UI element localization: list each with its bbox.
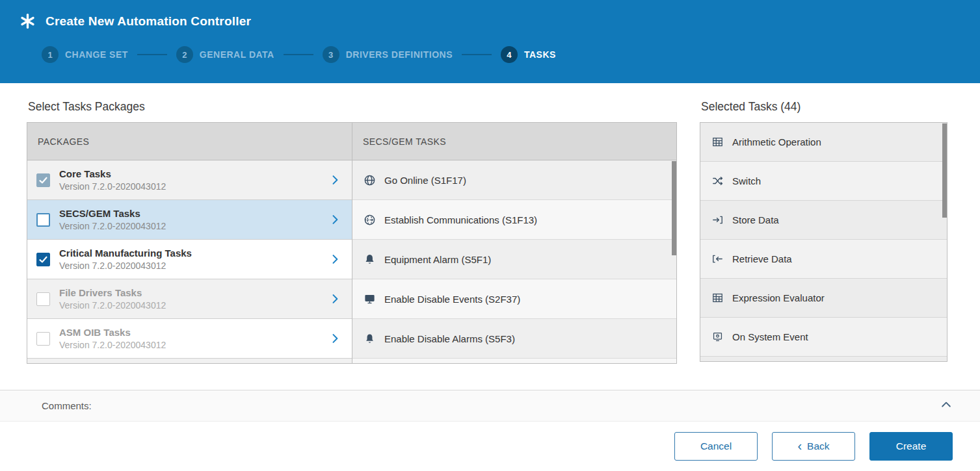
wizard-actions: Cancel ‹ Back Create bbox=[0, 422, 980, 461]
step-label: CHANGE SET bbox=[65, 49, 128, 60]
package-row-critical-manufacturing-tasks[interactable]: Critical Manufacturing Tasks Version 7.2… bbox=[27, 240, 352, 279]
back-button[interactable]: ‹ Back bbox=[772, 432, 855, 461]
step-number: 2 bbox=[176, 46, 193, 63]
selected-task-store-data[interactable]: Store Data bbox=[700, 201, 947, 240]
secs-gem-tasks-column: SECS/GEM TASKS Go Online (S1F17) bbox=[352, 123, 676, 363]
packages-column-header: PACKAGES bbox=[27, 123, 352, 160]
step-tasks[interactable]: 4 TASKS bbox=[501, 46, 556, 63]
package-row-core-tasks[interactable]: Core Tasks Version 7.2.0-2020043012 bbox=[27, 160, 352, 200]
package-version: Version 7.2.0-2020043012 bbox=[59, 220, 328, 232]
package-row-file-drivers-tasks[interactable]: File Drivers Tasks Version 7.2.0-2020043… bbox=[27, 279, 352, 319]
wizard-header: Create New Automation Controller 1 CHANG… bbox=[0, 0, 980, 83]
step-connector bbox=[137, 54, 167, 55]
table-grid-icon bbox=[711, 292, 724, 304]
clipped-row bbox=[27, 359, 352, 363]
package-version: Version 7.2.0-2020043012 bbox=[59, 260, 328, 272]
create-automation-controller-wizard: Create New Automation Controller 1 CHANG… bbox=[0, 0, 980, 461]
check-icon bbox=[38, 175, 48, 185]
step-label: TASKS bbox=[524, 49, 556, 60]
packages-table: PACKAGES Core Tasks Version 7.2.0-202004… bbox=[27, 122, 677, 364]
retrieve-data-icon bbox=[711, 253, 724, 265]
package-checkbox[interactable] bbox=[36, 332, 50, 346]
tasks-scrollbar[interactable] bbox=[672, 161, 676, 255]
selected-task-switch[interactable]: Switch bbox=[700, 162, 947, 201]
task-label: Enable Disable Events (S2F37) bbox=[384, 294, 520, 305]
packages-column: PACKAGES Core Tasks Version 7.2.0-202004… bbox=[27, 123, 352, 363]
step-connector bbox=[284, 54, 313, 55]
selected-task-label: On System Event bbox=[732, 331, 808, 342]
chevron-right-icon[interactable] bbox=[328, 292, 344, 305]
task-label: Equipment Alarm (S5F1) bbox=[384, 254, 491, 265]
selected-task-arithmetic-operation[interactable]: Arithmetic Operation bbox=[700, 123, 947, 162]
task-row-enable-disable-events[interactable]: Enable Disable Events (S2F37) bbox=[352, 279, 676, 319]
selected-task-on-system-event[interactable]: On System Event bbox=[700, 318, 947, 357]
chevron-right-icon[interactable] bbox=[328, 332, 344, 345]
chevron-right-icon[interactable] bbox=[328, 253, 344, 266]
package-checkbox[interactable] bbox=[36, 253, 50, 266]
comments-accordion[interactable]: Comments: bbox=[0, 390, 980, 422]
comments-collapse-button[interactable] bbox=[940, 398, 953, 413]
cancel-button[interactable]: Cancel bbox=[674, 432, 758, 461]
create-button[interactable]: Create bbox=[869, 432, 953, 461]
step-label: DRIVERS DEFINITIONS bbox=[346, 49, 453, 60]
step-number: 3 bbox=[323, 46, 339, 63]
selected-tasks-panel: Arithmetic Operation Switch bbox=[700, 122, 947, 362]
comments-label: Comments: bbox=[42, 400, 92, 411]
task-row-equipment-alarm[interactable]: Equipment Alarm (S5F1) bbox=[352, 240, 676, 279]
package-name: Core Tasks bbox=[59, 168, 328, 181]
selected-tasks-section: Selected Tasks (44) Arithmetic Operation bbox=[700, 100, 947, 364]
package-row-secs-gem-tasks[interactable]: SECS/GEM Tasks Version 7.2.0-2020043012 bbox=[27, 200, 352, 240]
task-row-establish-communications[interactable]: Establish Communications (S1F13) bbox=[352, 200, 676, 240]
clipped-row bbox=[352, 359, 676, 363]
selected-tasks-scrollbar[interactable] bbox=[942, 123, 947, 218]
system-event-icon bbox=[711, 331, 724, 343]
table-grid-icon bbox=[711, 136, 724, 148]
task-label: Establish Communications (S1F13) bbox=[384, 214, 537, 225]
package-name: SECS/GEM Tasks bbox=[59, 207, 328, 220]
package-checkbox[interactable] bbox=[36, 173, 50, 187]
package-checkbox[interactable] bbox=[36, 292, 50, 306]
tasks-column-header: SECS/GEM TASKS bbox=[352, 123, 676, 160]
step-change-set[interactable]: 1 CHANGE SET bbox=[42, 46, 128, 63]
package-name: ASM OIB Tasks bbox=[59, 326, 328, 339]
asterisk-logo-icon bbox=[20, 13, 36, 29]
package-checkbox[interactable] bbox=[36, 213, 50, 227]
step-drivers-definitions[interactable]: 3 DRIVERS DEFINITIONS bbox=[323, 46, 453, 63]
packages-section-title: Select Tasks Packages bbox=[28, 100, 677, 114]
step-general-data[interactable]: 2 GENERAL DATA bbox=[176, 46, 274, 63]
wizard-body: Select Tasks Packages PACKAGES Core Task… bbox=[0, 83, 980, 364]
step-number: 4 bbox=[501, 46, 518, 63]
selected-task-label: Retrieve Data bbox=[732, 253, 792, 264]
step-label: GENERAL DATA bbox=[200, 49, 274, 60]
task-label: Enable Disable Alarms (S5F3) bbox=[384, 333, 515, 344]
selected-task-label: Switch bbox=[732, 175, 761, 186]
step-number: 1 bbox=[42, 46, 59, 63]
selected-task-label: Arithmetic Operation bbox=[732, 136, 821, 147]
package-name: File Drivers Tasks bbox=[59, 286, 328, 299]
package-version: Version 7.2.0-2020043012 bbox=[59, 181, 328, 192]
store-data-icon bbox=[711, 214, 724, 226]
task-row-go-online[interactable]: Go Online (S1F17) bbox=[352, 160, 676, 200]
check-icon bbox=[38, 255, 48, 264]
selected-task-label: Store Data bbox=[732, 214, 779, 225]
chevron-up-icon bbox=[940, 398, 953, 413]
chevron-left-icon: ‹ bbox=[797, 439, 802, 452]
selected-tasks-title: Selected Tasks (44) bbox=[701, 100, 947, 114]
selected-task-expression-evaluator[interactable]: Expression Evaluator bbox=[700, 279, 947, 318]
globe-icon bbox=[363, 174, 376, 186]
chevron-right-icon[interactable] bbox=[328, 213, 344, 226]
wizard-steps: 1 CHANGE SET 2 GENERAL DATA 3 DRIVERS DE… bbox=[42, 46, 980, 63]
bell-icon bbox=[363, 333, 376, 345]
selected-task-label: Expression Evaluator bbox=[732, 292, 825, 303]
selected-task-retrieve-data[interactable]: Retrieve Data bbox=[700, 240, 947, 279]
package-version: Version 7.2.0-2020043012 bbox=[59, 339, 328, 351]
task-label: Go Online (S1F17) bbox=[384, 175, 466, 186]
package-version: Version 7.2.0-2020043012 bbox=[59, 299, 328, 311]
package-row-asm-oib-tasks[interactable]: ASM OIB Tasks Version 7.2.0-2020043012 bbox=[27, 319, 352, 359]
switch-arrows-icon bbox=[711, 175, 724, 187]
task-row-enable-disable-alarms[interactable]: Enable Disable Alarms (S5F3) bbox=[352, 319, 676, 359]
chevron-right-icon[interactable] bbox=[328, 173, 344, 186]
page-title: Create New Automation Controller bbox=[46, 14, 251, 29]
package-name: Critical Manufacturing Tasks bbox=[59, 247, 328, 260]
alarm-bell-icon bbox=[363, 253, 376, 266]
